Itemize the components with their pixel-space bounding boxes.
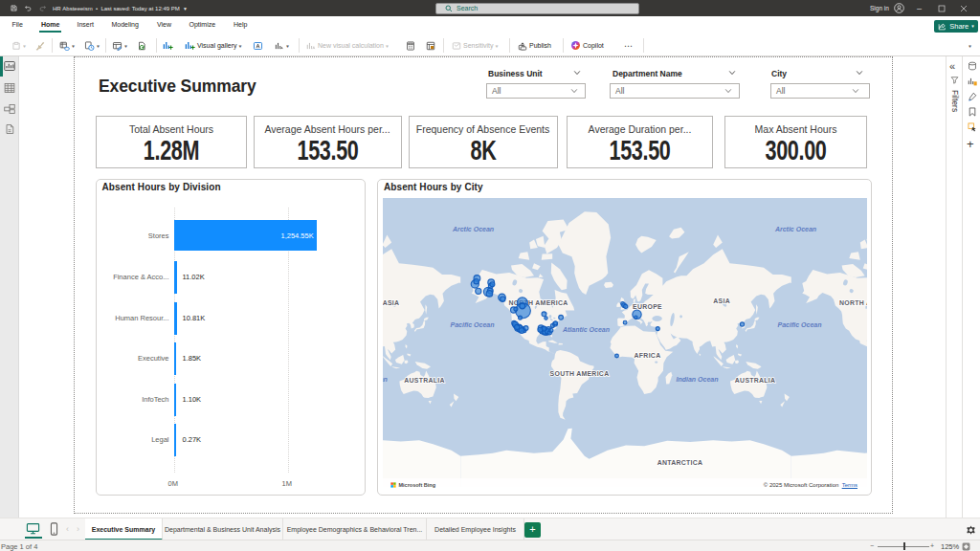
svg-text:AUSTRALIA: AUSTRALIA (404, 377, 445, 384)
svg-text:AFRICA: AFRICA (634, 352, 660, 359)
svg-text:NORTH AMERICA: NORTH AMERICA (838, 299, 867, 306)
svg-text:ASIA: ASIA (383, 299, 399, 306)
svg-text:Atlantic Ocean: Atlantic Ocean (561, 326, 609, 333)
svg-text:ASIA: ASIA (713, 298, 730, 304)
svg-text:Arctic Ocean: Arctic Ocean (773, 226, 815, 232)
svg-text:Indian Ocean: Indian Ocean (676, 376, 718, 383)
svg-text:AUSTRALIA: AUSTRALIA (734, 377, 775, 384)
svg-text:Pacific Ocean: Pacific Ocean (777, 321, 821, 328)
svg-text:EUROPE: EUROPE (633, 303, 662, 310)
svg-text:Pacific Ocean: Pacific Ocean (450, 321, 494, 328)
svg-text:SOUTH AMERICA: SOUTH AMERICA (549, 370, 609, 377)
svg-text:Indian Ocean: Indian Ocean (383, 376, 388, 383)
svg-text:Arctic Ocean: Arctic Ocean (451, 226, 493, 232)
svg-text:ANTARCTICA: ANTARCTICA (657, 459, 702, 466)
